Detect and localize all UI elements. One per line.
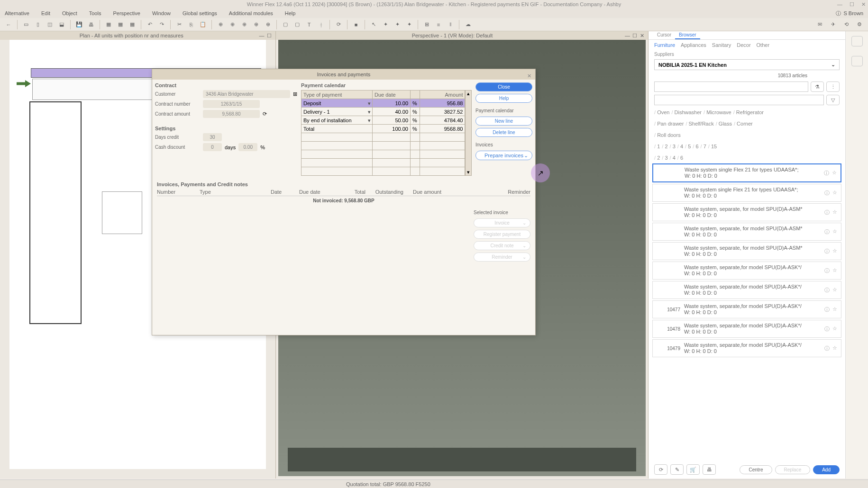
- tag[interactable]: Shelf/Rack: [685, 120, 713, 127]
- help-button[interactable]: Help: [475, 94, 532, 103]
- num[interactable]: 6: [693, 143, 698, 150]
- type-cell[interactable]: Delivery - 1: [302, 108, 373, 116]
- close-icon[interactable]: ✕: [861, 0, 866, 9]
- mail-icon[interactable]: ✉: [815, 20, 824, 29]
- cat-furniture[interactable]: Furniture: [654, 42, 675, 48]
- menu-tools[interactable]: Tools: [89, 10, 101, 16]
- stop-icon[interactable]: ■: [351, 20, 361, 29]
- star-icon[interactable]: ☆: [832, 248, 837, 255]
- refresh-icon[interactable]: ⟳: [654, 464, 667, 475]
- discount-pct-input[interactable]: 0.00: [238, 143, 257, 151]
- star-icon[interactable]: ☆: [832, 345, 837, 352]
- info-icon[interactable]: ⓘ: [824, 190, 830, 197]
- text-icon[interactable]: T: [304, 20, 314, 29]
- copy-icon[interactable]: ⎘: [186, 20, 196, 29]
- star-icon[interactable]: ☆: [832, 325, 837, 333]
- tag[interactable]: Pan drawer: [654, 120, 684, 127]
- close-button[interactable]: Close: [475, 82, 532, 91]
- tag[interactable]: Corner: [734, 120, 753, 127]
- cat-appliances[interactable]: Appliances: [681, 42, 706, 48]
- num[interactable]: 2: [662, 143, 667, 150]
- pointer-icon[interactable]: ↖: [369, 20, 378, 29]
- send-icon[interactable]: ✈: [828, 20, 838, 29]
- maximize-icon[interactable]: ☐: [850, 0, 854, 9]
- maximize-icon[interactable]: ☐: [632, 33, 637, 39]
- tab-cursor[interactable]: Cursor: [653, 31, 675, 39]
- num[interactable]: 15: [708, 143, 717, 150]
- cat-decor[interactable]: Decor: [737, 42, 750, 48]
- sync-icon[interactable]: ⟲: [841, 20, 851, 29]
- star-icon[interactable]: ☆: [832, 170, 837, 177]
- new-line-button[interactable]: New line: [475, 117, 532, 126]
- pct-cell[interactable]: 50.00: [373, 116, 411, 125]
- snap-icon[interactable]: ✦: [393, 20, 402, 29]
- num[interactable]: 1: [654, 143, 660, 150]
- back-icon[interactable]: ←: [4, 20, 13, 29]
- info-icon[interactable]: ⓘ: [824, 325, 830, 333]
- layout-icon[interactable]: ▢: [281, 20, 290, 29]
- refresh-icon[interactable]: ⟳: [263, 111, 267, 117]
- cut-icon[interactable]: ✂: [174, 20, 184, 29]
- num[interactable]: 5: [685, 143, 691, 150]
- side-button[interactable]: [851, 36, 863, 46]
- nav-icon[interactable]: ⊕: [251, 20, 261, 29]
- grid-icon[interactable]: ⊞: [422, 20, 431, 29]
- star-icon[interactable]: ☆: [832, 228, 837, 235]
- basket-icon[interactable]: 🛒: [686, 464, 700, 475]
- prepare-invoices-button[interactable]: Prepare invoices⌄: [475, 151, 532, 160]
- measure-icon[interactable]: ⟊: [316, 20, 326, 29]
- nav-icon[interactable]: ⊕: [239, 20, 249, 29]
- list-item[interactable]: 10478 Waste system, separate,for model S…: [652, 320, 841, 338]
- star-icon[interactable]: ☆: [832, 287, 837, 294]
- align-icon[interactable]: ⦀: [446, 20, 455, 29]
- tag[interactable]: Roll doors: [654, 131, 681, 139]
- tool-icon[interactable]: ⬓: [57, 20, 66, 29]
- nav-icon[interactable]: ⊕: [228, 20, 237, 29]
- edit-icon[interactable]: ✎: [670, 464, 684, 475]
- info-icon[interactable]: ⓘ: [824, 287, 830, 294]
- pct-cell[interactable]: 40.00: [373, 108, 411, 116]
- dialog-title-bar[interactable]: Invoices and payments ✕: [152, 69, 535, 80]
- star-icon[interactable]: ☆: [832, 306, 837, 313]
- pct-cell[interactable]: 100.00: [373, 125, 411, 133]
- menu-edit[interactable]: Edit: [41, 10, 50, 16]
- tool-icon[interactable]: ▯: [33, 20, 43, 29]
- info-icon[interactable]: ⓘ: [824, 306, 830, 313]
- info-icon[interactable]: ⓘ: [824, 170, 829, 177]
- num[interactable]: 7: [701, 143, 706, 150]
- list-item[interactable]: Waste system, separate, for model SPU(D)…: [652, 242, 841, 260]
- tab-browser[interactable]: Browser: [675, 31, 700, 39]
- doc-icon[interactable]: ▦: [116, 20, 125, 29]
- close-icon[interactable]: ✕: [640, 33, 644, 39]
- tag[interactable]: Microwave: [704, 108, 731, 116]
- menu-additional-modules[interactable]: Additional modules: [229, 10, 273, 16]
- minimize-icon[interactable]: —: [625, 33, 630, 38]
- supplier-select[interactable]: NOBILIA 2025-1 EN Kitchen ⌄: [654, 59, 840, 70]
- cat-other[interactable]: Other: [757, 42, 770, 48]
- cloud-icon[interactable]: ☁: [463, 20, 473, 29]
- refresh-icon[interactable]: ⟳: [334, 20, 343, 29]
- save-icon[interactable]: 💾: [74, 20, 84, 29]
- scrollbar[interactable]: ▴▾: [465, 90, 472, 176]
- num[interactable]: 6: [677, 154, 683, 162]
- menu-perspective[interactable]: Perspective: [113, 10, 140, 16]
- info-icon[interactable]: ⓘ: [824, 345, 830, 352]
- cat-sanitary[interactable]: Sanitary: [712, 42, 731, 48]
- snap-icon[interactable]: ✦: [404, 20, 414, 29]
- calendar-row[interactable]: Deposit 10.00 % 956.88: [302, 99, 465, 108]
- print-icon[interactable]: 🖶: [703, 464, 716, 475]
- paste-icon[interactable]: 📋: [198, 20, 208, 29]
- list-item[interactable]: Waste system, separate,for model SPU(D)A…: [652, 281, 841, 299]
- num[interactable]: 4: [677, 143, 683, 150]
- calendar-row[interactable]: Total 100.00 % 9568.80: [302, 125, 465, 133]
- tag[interactable]: Oven: [654, 108, 669, 116]
- align-icon[interactable]: ≡: [434, 20, 443, 29]
- filter-icon[interactable]: ⚗: [811, 81, 824, 92]
- list-item[interactable]: Waste system, separate, for model SPU(D)…: [652, 203, 841, 221]
- tag[interactable]: Glass: [716, 120, 732, 127]
- info-icon[interactable]: ⓘ: [824, 209, 830, 216]
- add-button[interactable]: Add: [813, 465, 840, 474]
- invoice-list[interactable]: [157, 207, 469, 330]
- menu-window[interactable]: Window: [152, 10, 171, 16]
- num[interactable]: 3: [662, 154, 667, 162]
